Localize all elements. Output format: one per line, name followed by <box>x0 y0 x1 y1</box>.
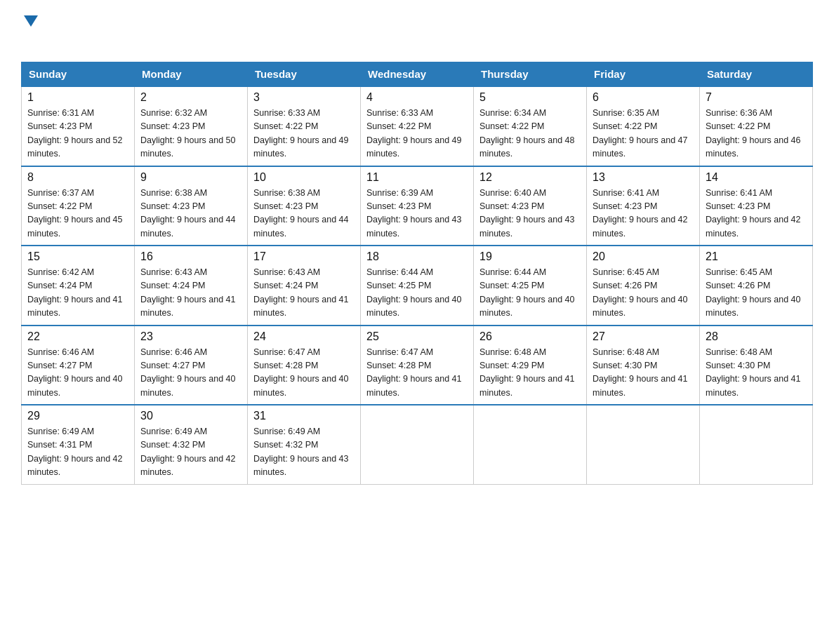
calendar-body: 1 Sunrise: 6:31 AMSunset: 4:23 PMDayligh… <box>22 86 813 484</box>
day-number: 16 <box>140 250 241 263</box>
day-info: Sunrise: 6:37 AMSunset: 4:22 PMDaylight:… <box>27 188 123 239</box>
calendar-cell: 16 Sunrise: 6:43 AMSunset: 4:24 PMDaylig… <box>135 246 248 326</box>
day-number: 8 <box>27 171 128 184</box>
day-number: 5 <box>479 91 581 104</box>
day-number: 15 <box>27 250 128 263</box>
calendar-week-row: 8 Sunrise: 6:37 AMSunset: 4:22 PMDayligh… <box>22 166 813 246</box>
day-info: Sunrise: 6:38 AMSunset: 4:23 PMDaylight:… <box>253 188 349 239</box>
day-info: Sunrise: 6:49 AMSunset: 4:32 PMDaylight:… <box>140 427 236 477</box>
day-number: 31 <box>253 410 355 422</box>
day-info: Sunrise: 6:45 AMSunset: 4:26 PMDaylight:… <box>593 267 688 318</box>
calendar-week-row: 29 Sunrise: 6:49 AMSunset: 4:31 PMDaylig… <box>22 405 813 484</box>
calendar-cell: 20 Sunrise: 6:45 AMSunset: 4:26 PMDaylig… <box>587 246 700 326</box>
day-number: 28 <box>706 330 807 343</box>
calendar-cell: 8 Sunrise: 6:37 AMSunset: 4:22 PMDayligh… <box>22 166 135 246</box>
day-number: 3 <box>253 91 355 104</box>
calendar-cell <box>474 405 587 484</box>
calendar-cell: 17 Sunrise: 6:43 AMSunset: 4:24 PMDaylig… <box>248 246 361 326</box>
calendar-cell: 26 Sunrise: 6:48 AMSunset: 4:29 PMDaylig… <box>474 326 587 405</box>
calendar-cell <box>700 405 813 484</box>
column-header-wednesday: Wednesday <box>361 62 474 87</box>
day-info: Sunrise: 6:31 AMSunset: 4:23 PMDaylight:… <box>27 108 123 159</box>
calendar-cell: 2 Sunrise: 6:32 AMSunset: 4:23 PMDayligh… <box>135 86 248 166</box>
day-info: Sunrise: 6:32 AMSunset: 4:23 PMDaylight:… <box>140 108 236 159</box>
column-header-sunday: Sunday <box>22 62 135 87</box>
day-number: 21 <box>706 250 807 263</box>
day-info: Sunrise: 6:47 AMSunset: 4:28 PMDaylight:… <box>366 347 462 398</box>
day-info: Sunrise: 6:36 AMSunset: 4:22 PMDaylight:… <box>706 108 801 159</box>
day-number: 26 <box>479 330 581 343</box>
day-number: 27 <box>593 330 694 343</box>
day-info: Sunrise: 6:46 AMSunset: 4:27 PMDaylight:… <box>140 347 236 398</box>
day-number: 18 <box>366 250 468 263</box>
calendar-cell: 29 Sunrise: 6:49 AMSunset: 4:31 PMDaylig… <box>22 405 135 484</box>
column-header-friday: Friday <box>587 62 700 87</box>
day-info: Sunrise: 6:41 AMSunset: 4:23 PMDaylight:… <box>593 188 688 239</box>
calendar-cell <box>587 405 700 484</box>
svg-marker-0 <box>24 15 38 27</box>
day-number: 7 <box>706 91 807 104</box>
logo-text <box>21 14 38 29</box>
header-row: SundayMondayTuesdayWednesdayThursdayFrid… <box>22 62 813 87</box>
calendar-cell: 9 Sunrise: 6:38 AMSunset: 4:23 PMDayligh… <box>135 166 248 246</box>
calendar-cell: 22 Sunrise: 6:46 AMSunset: 4:27 PMDaylig… <box>22 326 135 405</box>
day-info: Sunrise: 6:34 AMSunset: 4:22 PMDaylight:… <box>479 108 575 159</box>
day-info: Sunrise: 6:45 AMSunset: 4:26 PMDaylight:… <box>706 267 801 318</box>
day-number: 17 <box>253 250 355 263</box>
day-info: Sunrise: 6:42 AMSunset: 4:24 PMDaylight:… <box>27 267 123 318</box>
day-info: Sunrise: 6:44 AMSunset: 4:25 PMDaylight:… <box>366 267 462 318</box>
day-number: 25 <box>366 330 468 343</box>
day-number: 9 <box>140 171 241 184</box>
calendar-cell: 24 Sunrise: 6:47 AMSunset: 4:28 PMDaylig… <box>248 326 361 405</box>
day-info: Sunrise: 6:48 AMSunset: 4:30 PMDaylight:… <box>593 347 688 398</box>
calendar-cell <box>361 405 474 484</box>
column-header-monday: Monday <box>135 62 248 87</box>
day-info: Sunrise: 6:49 AMSunset: 4:32 PMDaylight:… <box>253 427 349 477</box>
day-number: 4 <box>366 91 468 104</box>
day-info: Sunrise: 6:47 AMSunset: 4:28 PMDaylight:… <box>253 347 349 398</box>
day-number: 29 <box>27 410 128 422</box>
calendar-week-row: 22 Sunrise: 6:46 AMSunset: 4:27 PMDaylig… <box>22 326 813 405</box>
calendar-cell: 12 Sunrise: 6:40 AMSunset: 4:23 PMDaylig… <box>474 166 587 246</box>
calendar-week-row: 15 Sunrise: 6:42 AMSunset: 4:24 PMDaylig… <box>22 246 813 326</box>
day-info: Sunrise: 6:35 AMSunset: 4:22 PMDaylight:… <box>593 108 688 159</box>
day-number: 13 <box>593 171 694 184</box>
calendar-cell: 27 Sunrise: 6:48 AMSunset: 4:30 PMDaylig… <box>587 326 700 405</box>
day-info: Sunrise: 6:40 AMSunset: 4:23 PMDaylight:… <box>479 188 575 239</box>
day-number: 22 <box>27 330 128 343</box>
calendar-cell: 18 Sunrise: 6:44 AMSunset: 4:25 PMDaylig… <box>361 246 474 326</box>
calendar-cell: 11 Sunrise: 6:39 AMSunset: 4:23 PMDaylig… <box>361 166 474 246</box>
calendar-cell: 15 Sunrise: 6:42 AMSunset: 4:24 PMDaylig… <box>22 246 135 326</box>
day-info: Sunrise: 6:38 AMSunset: 4:23 PMDaylight:… <box>140 188 236 239</box>
calendar-cell: 14 Sunrise: 6:41 AMSunset: 4:23 PMDaylig… <box>700 166 813 246</box>
column-header-thursday: Thursday <box>474 62 587 87</box>
calendar-week-row: 1 Sunrise: 6:31 AMSunset: 4:23 PMDayligh… <box>22 86 813 166</box>
day-number: 24 <box>253 330 355 343</box>
day-number: 12 <box>479 171 581 184</box>
day-info: Sunrise: 6:46 AMSunset: 4:27 PMDaylight:… <box>27 347 123 398</box>
calendar-cell: 31 Sunrise: 6:49 AMSunset: 4:32 PMDaylig… <box>248 405 361 484</box>
calendar-cell: 1 Sunrise: 6:31 AMSunset: 4:23 PMDayligh… <box>22 86 135 166</box>
calendar-cell: 19 Sunrise: 6:44 AMSunset: 4:25 PMDaylig… <box>474 246 587 326</box>
calendar-cell: 7 Sunrise: 6:36 AMSunset: 4:22 PMDayligh… <box>700 86 813 166</box>
day-info: Sunrise: 6:48 AMSunset: 4:29 PMDaylight:… <box>479 347 575 398</box>
day-number: 10 <box>253 171 355 184</box>
calendar-cell: 21 Sunrise: 6:45 AMSunset: 4:26 PMDaylig… <box>700 246 813 326</box>
day-info: Sunrise: 6:41 AMSunset: 4:23 PMDaylight:… <box>706 188 801 239</box>
column-header-tuesday: Tuesday <box>248 62 361 87</box>
day-number: 20 <box>593 250 694 263</box>
calendar-cell: 30 Sunrise: 6:49 AMSunset: 4:32 PMDaylig… <box>135 405 248 484</box>
day-info: Sunrise: 6:43 AMSunset: 4:24 PMDaylight:… <box>253 267 349 318</box>
page-header <box>21 14 813 48</box>
day-number: 6 <box>593 91 694 104</box>
day-number: 23 <box>140 330 241 343</box>
calendar-cell: 10 Sunrise: 6:38 AMSunset: 4:23 PMDaylig… <box>248 166 361 246</box>
day-info: Sunrise: 6:49 AMSunset: 4:31 PMDaylight:… <box>27 427 123 477</box>
calendar-cell: 5 Sunrise: 6:34 AMSunset: 4:22 PMDayligh… <box>474 86 587 166</box>
day-info: Sunrise: 6:33 AMSunset: 4:22 PMDaylight:… <box>366 108 462 159</box>
day-number: 19 <box>479 250 581 263</box>
calendar-cell: 4 Sunrise: 6:33 AMSunset: 4:22 PMDayligh… <box>361 86 474 166</box>
calendar-cell: 3 Sunrise: 6:33 AMSunset: 4:22 PMDayligh… <box>248 86 361 166</box>
day-info: Sunrise: 6:33 AMSunset: 4:22 PMDaylight:… <box>253 108 349 159</box>
calendar-cell: 23 Sunrise: 6:46 AMSunset: 4:27 PMDaylig… <box>135 326 248 405</box>
